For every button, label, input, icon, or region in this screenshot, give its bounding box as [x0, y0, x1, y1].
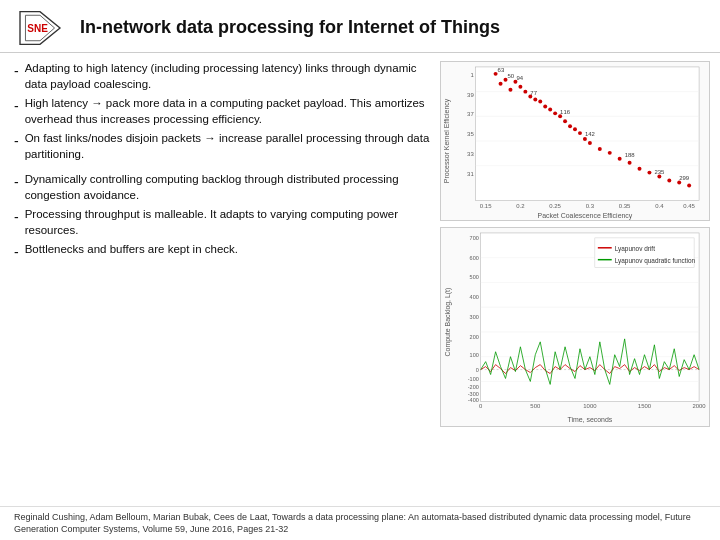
svg-point-37: [553, 111, 557, 115]
svg-text:0.4: 0.4: [655, 203, 664, 209]
svg-text:2000: 2000: [692, 403, 706, 409]
left-column: - Adapting to high latency (including pr…: [14, 61, 430, 427]
page-wrapper: System and Network Engineering SNE In-ne…: [0, 0, 720, 540]
svg-text:37: 37: [467, 111, 474, 117]
svg-text:Lyapunov quadratic function: Lyapunov quadratic function: [615, 257, 696, 265]
svg-text:63: 63: [498, 67, 505, 73]
svg-point-47: [618, 157, 622, 161]
list-item: - High latency → pack more data in a com…: [14, 96, 430, 127]
list-item: - On fast links/nodes disjoin packets → …: [14, 131, 430, 162]
svg-text:0.25: 0.25: [549, 203, 561, 209]
svg-point-33: [533, 98, 537, 102]
svg-text:0: 0: [479, 403, 483, 409]
svg-point-46: [608, 151, 612, 155]
bullet-dot-6: -: [14, 243, 19, 262]
svg-text:0.15: 0.15: [480, 203, 492, 209]
chart-top-svg: Processor Kernel Efficiency Packet Coale…: [441, 62, 709, 220]
bullet-text-4: Dynamically controlling computing backlo…: [25, 172, 430, 203]
list-item: - Adapting to high latency (including pr…: [14, 61, 430, 92]
bullet-dot-2: -: [14, 97, 19, 116]
chart-top: Processor Kernel Efficiency Packet Coale…: [440, 61, 710, 221]
svg-text:33: 33: [467, 151, 474, 157]
citation-text: Reginald Cushing, Adam Belloum, Marian B…: [14, 512, 691, 535]
bullet-section-2: - Dynamically controlling computing back…: [14, 172, 430, 262]
svg-point-36: [548, 107, 552, 111]
svg-point-52: [667, 179, 671, 183]
bullet-text-3: On fast links/nodes disjoin packets → in…: [25, 131, 430, 162]
svg-text:94: 94: [516, 75, 523, 81]
svg-text:1: 1: [470, 72, 474, 78]
svg-point-48: [628, 161, 632, 165]
svg-point-40: [568, 124, 572, 128]
svg-text:299: 299: [679, 175, 690, 181]
svg-text:500: 500: [530, 403, 541, 409]
svg-text:200: 200: [470, 334, 479, 340]
svg-text:600: 600: [470, 255, 479, 261]
page-title: In-network data processing for Internet …: [80, 17, 500, 39]
svg-point-42: [578, 131, 582, 135]
svg-point-27: [499, 82, 503, 86]
main-content: - Adapting to high latency (including pr…: [0, 53, 720, 431]
svg-text:188: 188: [625, 152, 636, 158]
svg-point-45: [598, 147, 602, 151]
svg-text:0: 0: [476, 367, 479, 373]
svg-text:0.45: 0.45: [683, 203, 695, 209]
list-item: - Dynamically controlling computing back…: [14, 172, 430, 203]
svg-point-50: [647, 171, 651, 175]
bullet-dot-5: -: [14, 208, 19, 227]
svg-text:1000: 1000: [583, 403, 597, 409]
svg-point-31: [523, 90, 527, 94]
svg-text:116: 116: [560, 109, 571, 115]
svg-text:77: 77: [530, 90, 537, 96]
bullet-dot-3: -: [14, 132, 19, 151]
svg-text:Processor Kernel Efficiency: Processor Kernel Efficiency: [443, 98, 451, 183]
svg-text:Lyapunov drift: Lyapunov drift: [615, 245, 655, 253]
header: System and Network Engineering SNE In-ne…: [0, 0, 720, 53]
svg-text:-200: -200: [468, 384, 479, 390]
bullet-text-1: Adapting to high latency (including proc…: [25, 61, 430, 92]
svg-text:31: 31: [467, 171, 474, 177]
bullet-dot-4: -: [14, 173, 19, 192]
chart-bottom-svg: Compute Backlog, L(t) Time, seconds 700 …: [441, 228, 709, 426]
list-item: - Bottlenecks and buffers are kept in ch…: [14, 242, 430, 262]
svg-text:700: 700: [470, 235, 479, 241]
svg-point-41: [573, 127, 577, 131]
svg-point-53: [677, 181, 681, 185]
bullet-dot-1: -: [14, 62, 19, 81]
chart-bottom: Compute Backlog, L(t) Time, seconds 700 …: [440, 227, 710, 427]
svg-text:100: 100: [470, 352, 479, 358]
svg-text:-400: -400: [468, 397, 479, 403]
svg-point-49: [638, 167, 642, 171]
logo-area: System and Network Engineering SNE: [14, 8, 66, 48]
svg-text:-100: -100: [468, 376, 479, 382]
svg-text:142: 142: [585, 131, 595, 137]
bullet-section-1: - Adapting to high latency (including pr…: [14, 61, 430, 162]
svg-text:Time, seconds: Time, seconds: [567, 416, 612, 423]
svg-text:400: 400: [470, 294, 479, 300]
svg-text:35: 35: [467, 131, 474, 137]
svg-text:Packet Coalescence Efficiency: Packet Coalescence Efficiency: [538, 212, 633, 220]
svg-point-51: [657, 175, 661, 179]
svg-text:39: 39: [467, 92, 474, 98]
svg-point-29: [508, 88, 512, 92]
svg-text:1500: 1500: [638, 403, 652, 409]
sne-logo: System and Network Engineering SNE: [14, 8, 66, 48]
svg-point-35: [543, 104, 547, 108]
svg-text:50: 50: [508, 73, 515, 79]
svg-point-30: [518, 85, 522, 89]
svg-point-34: [538, 100, 542, 104]
list-item: - Processing throughput is malleable. It…: [14, 207, 430, 238]
svg-text:Compute Backlog, L(t): Compute Backlog, L(t): [444, 288, 452, 357]
svg-text:0.35: 0.35: [619, 203, 631, 209]
svg-text:0.3: 0.3: [586, 203, 595, 209]
svg-point-39: [563, 119, 567, 123]
bullet-text-6: Bottlenecks and buffers are kept in chec…: [25, 242, 238, 258]
bullet-text-2: High latency → pack more data in a compu…: [25, 96, 430, 127]
svg-point-54: [687, 183, 691, 187]
svg-text:235: 235: [654, 169, 665, 175]
svg-text:SNE: SNE: [27, 23, 48, 34]
right-column: Processor Kernel Efficiency Packet Coale…: [440, 61, 710, 427]
svg-text:0.2: 0.2: [516, 203, 524, 209]
bullet-text-5: Processing throughput is malleable. It a…: [25, 207, 430, 238]
svg-point-44: [588, 141, 592, 145]
